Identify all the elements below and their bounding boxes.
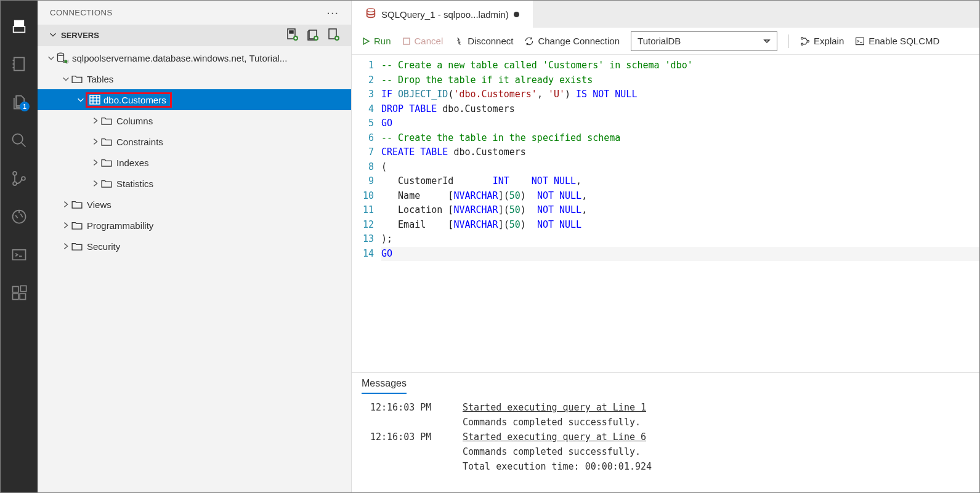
- disconnect-button[interactable]: Disconnect: [454, 36, 513, 46]
- activity-notebooks-icon[interactable]: [6, 51, 32, 77]
- disconnect-label: Disconnect: [468, 36, 513, 46]
- change-connection-label: Change Connection: [538, 36, 620, 46]
- servers-section-header[interactable]: SERVERS: [38, 25, 351, 46]
- svg-rect-34: [403, 38, 410, 44]
- activity-bar: 1: [1, 1, 38, 492]
- servers-tree: sql sqlpoolservername.database.windows.n…: [38, 46, 351, 492]
- svg-rect-16: [13, 294, 18, 299]
- indexes-label: Indexes: [116, 158, 149, 168]
- editor-area: SQLQuery_1 - sqlpoo...ladmin) Run Cancel…: [352, 1, 979, 492]
- table-icon: [89, 95, 101, 105]
- svg-point-10: [13, 182, 17, 185]
- change-connection-button[interactable]: Change Connection: [524, 36, 620, 46]
- svg-rect-20: [290, 31, 293, 33]
- tab-bar: SQLQuery_1 - sqlpoo...ladmin): [352, 1, 979, 28]
- activity-extensions-icon[interactable]: [6, 280, 32, 306]
- activity-explorer-icon[interactable]: 1: [6, 89, 32, 115]
- folder-icon: [100, 137, 113, 146]
- new-query-icon[interactable]: [322, 34, 340, 43]
- highlighted-table: dbo.Customers: [86, 92, 172, 108]
- table-label: dbo.Customers: [103, 95, 166, 105]
- svg-point-7: [13, 134, 23, 144]
- server-icon: sql: [56, 51, 68, 65]
- msg-line[interactable]: Started executing query at Line 1: [463, 402, 646, 413]
- constraints-label: Constraints: [116, 137, 163, 147]
- msg-time: 12:16:03 PM: [370, 400, 463, 415]
- security-label: Security: [87, 241, 120, 252]
- msg-line: Total execution time: 00:00:01.924: [463, 459, 961, 474]
- cancel-button[interactable]: Cancel: [402, 36, 443, 46]
- dirty-indicator-icon: [514, 12, 519, 17]
- svg-point-25: [58, 53, 64, 55]
- activity-source-control-icon[interactable]: [6, 166, 32, 191]
- svg-rect-15: [13, 287, 18, 292]
- code-editor[interactable]: 1234567891011121314 -- Create a new tabl…: [352, 55, 979, 372]
- code-content[interactable]: -- Create a new table called 'Customers'…: [381, 55, 979, 372]
- folder-icon: [71, 200, 83, 209]
- panel-title: CONNECTIONS ···: [38, 1, 351, 25]
- msg-line: Commands completed successfully.: [463, 415, 961, 430]
- msg-line: Commands completed successfully.: [463, 444, 961, 459]
- messages-body: 12:16:03 PM Started executing query at L…: [352, 394, 979, 492]
- server-node[interactable]: sql sqlpoolservername.database.windows.n…: [38, 47, 351, 68]
- folder-icon: [100, 116, 113, 125]
- query-toolbar: Run Cancel Disconnect Change Connection …: [352, 28, 979, 55]
- tab-label: SQLQuery_1 - sqlpoo...ladmin): [381, 9, 509, 20]
- connections-sidebar: CONNECTIONS ··· SERVERS sql sqlpoolserve…: [38, 1, 352, 492]
- tables-label: Tables: [87, 74, 113, 84]
- activity-machine-learning-icon[interactable]: [6, 204, 32, 230]
- messages-tab[interactable]: Messages: [362, 378, 407, 394]
- explorer-badge: 1: [20, 102, 30, 111]
- statistics-label: Statistics: [116, 178, 153, 189]
- indexes-node[interactable]: Indexes: [38, 152, 351, 173]
- programmability-node[interactable]: Programmability: [38, 215, 351, 236]
- chevron-down-icon: [49, 30, 57, 41]
- svg-point-11: [22, 177, 25, 180]
- folder-icon: [100, 179, 113, 188]
- line-gutter: 1234567891011121314: [352, 55, 381, 372]
- database-select[interactable]: TutorialDB: [631, 31, 777, 51]
- folder-icon: [71, 74, 83, 83]
- svg-point-33: [367, 8, 375, 11]
- new-connection-icon[interactable]: [280, 34, 299, 43]
- msg-time: 12:16:03 PM: [370, 430, 463, 444]
- explain-button[interactable]: Explain: [800, 36, 844, 46]
- run-button[interactable]: Run: [362, 36, 391, 46]
- views-node[interactable]: Views: [38, 194, 351, 215]
- activity-connections-icon[interactable]: [6, 13, 32, 39]
- folder-icon: [71, 221, 83, 230]
- svg-line-8: [22, 143, 26, 147]
- folder-icon: [100, 158, 113, 167]
- cancel-label: Cancel: [415, 36, 443, 46]
- svg-rect-3: [14, 58, 24, 71]
- svg-point-27: [64, 60, 67, 63]
- columns-label: Columns: [116, 116, 153, 126]
- new-group-icon[interactable]: [301, 34, 319, 43]
- database-value: TutorialDB: [638, 36, 681, 46]
- panel-title-text: CONNECTIONS: [50, 8, 113, 17]
- svg-rect-28: [90, 95, 100, 104]
- activity-search-icon[interactable]: [6, 127, 32, 153]
- statistics-node[interactable]: Statistics: [38, 173, 351, 194]
- tables-node[interactable]: Tables: [38, 68, 351, 89]
- svg-rect-38: [856, 38, 864, 44]
- svg-point-9: [13, 172, 17, 175]
- svg-point-37: [807, 40, 809, 42]
- editor-tab[interactable]: SQLQuery_1 - sqlpoo...ladmin): [352, 1, 533, 28]
- security-node[interactable]: Security: [38, 236, 351, 257]
- msg-line[interactable]: Started executing query at Line 6: [463, 431, 646, 443]
- panel-more-icon[interactable]: ···: [326, 6, 339, 20]
- svg-rect-13: [13, 250, 26, 260]
- columns-node[interactable]: Columns: [38, 110, 351, 131]
- messages-panel: Messages 12:16:03 PM Started executing q…: [352, 372, 979, 492]
- database-file-icon: [365, 8, 376, 21]
- sqlcmd-label: Enable SQLCMD: [869, 36, 939, 46]
- dbo-customers-node[interactable]: dbo.Customers: [38, 89, 351, 110]
- svg-point-35: [801, 37, 803, 39]
- enable-sqlcmd-button[interactable]: Enable SQLCMD: [855, 36, 939, 46]
- svg-point-36: [801, 43, 803, 45]
- run-label: Run: [374, 36, 391, 46]
- constraints-node[interactable]: Constraints: [38, 131, 351, 152]
- activity-terminal-icon[interactable]: [6, 242, 32, 268]
- messages-tabs: Messages: [352, 373, 979, 394]
